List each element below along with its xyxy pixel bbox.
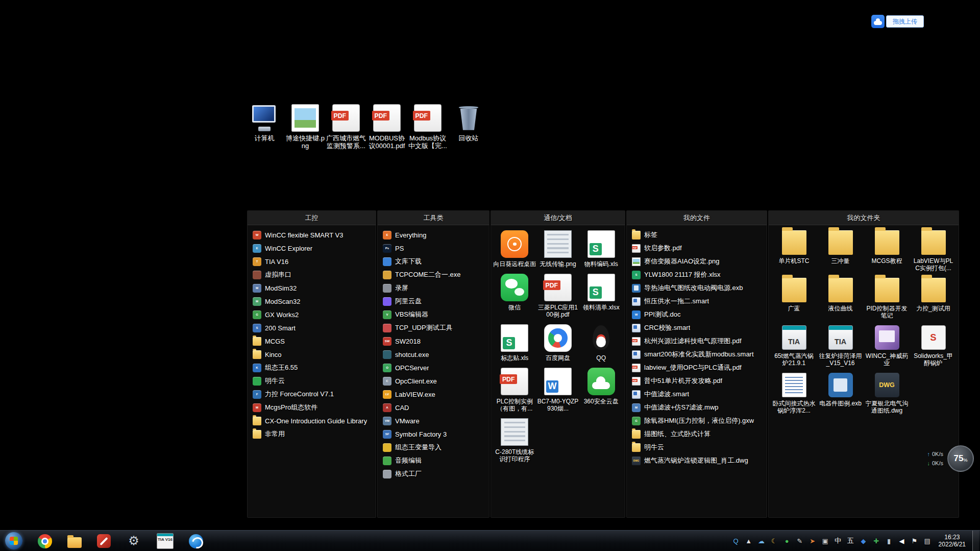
fence-item[interactable]: 三冲量 [828, 230, 853, 272]
fence-item[interactable]: 三菱PLC应用100例.pdf [536, 274, 579, 318]
fence-item[interactable]: 明牛云 [248, 374, 376, 388]
fence-item[interactable]: QQ [587, 324, 615, 362]
fence-item[interactable]: 文库下载 [378, 255, 489, 268]
fence-item[interactable]: PS [378, 242, 489, 255]
fence-item[interactable]: PLC控制实例（有图，有... [493, 368, 536, 412]
fence-title[interactable]: 通信/文档 [491, 211, 625, 225]
fence-item[interactable]: 中值滤波+仿S7滤波.mwp [627, 401, 767, 414]
fence-item[interactable]: 录屏 [378, 281, 489, 295]
fence-item[interactable]: 宁夏银北电气沟通图纸.dwg [866, 373, 909, 414]
drag-upload-button[interactable]: 拖拽上传 [886, 15, 924, 28]
memory-usage-ball[interactable]: 75 % [947, 445, 974, 472]
fence-item[interactable]: Everything [378, 228, 489, 242]
fence-item[interactable]: 360安全云盘 [584, 368, 619, 412]
fence-item[interactable]: MCGS教程 [872, 230, 902, 272]
desktop-icon[interactable]: Modbus协议中文版【完... [407, 104, 448, 150]
fence-item[interactable]: TCPCOME二合一.exe [378, 268, 489, 281]
taskbar-clock[interactable]: 16:23 2022/6/21 [939, 534, 966, 548]
touch-keyboard-icon[interactable]: ▤ [923, 536, 932, 545]
fence-item[interactable]: 赛信变频器AIAO设定.png [627, 255, 767, 268]
fence-item[interactable]: 明牛云 [627, 441, 767, 454]
fence-title[interactable]: 我的文件 [627, 211, 767, 225]
fence-item[interactable]: McgsPro组态软件 [248, 401, 376, 414]
desktop-icon[interactable]: 回收站 [448, 104, 489, 150]
desktop-icon[interactable]: 计算机 [244, 104, 285, 150]
fence-item[interactable]: YLW1800 21117 报价.xlsx [627, 268, 767, 281]
fence-item[interactable]: VBS编辑器 [378, 308, 489, 321]
fence-item[interactable]: 描图纸、立式卧式计算 [627, 427, 767, 441]
fence-item[interactable]: 杭州兴源过滤科技电气原理图.pdf [627, 334, 767, 348]
share-icon[interactable]: ➤ [808, 536, 817, 545]
fence-item[interactable]: 音频编辑 [378, 454, 489, 467]
tia-portal[interactable] [157, 533, 174, 549]
desktop-icon[interactable]: 广西城市燃气监测预警系... [326, 104, 366, 150]
fence-item[interactable]: 200 Smart [248, 321, 376, 334]
fence-title[interactable]: 我的文件夹 [769, 211, 959, 225]
fence-item[interactable]: 普中51单片机开发攻略.pdf [627, 374, 767, 388]
fence-title[interactable]: 工具类 [378, 211, 489, 225]
display-icon[interactable]: ▣ [821, 536, 830, 545]
fence-item[interactable]: 燃气蒸汽锅炉连锁逻辑图_肖工.dwg [627, 454, 767, 467]
start-button[interactable] [5, 532, 22, 549]
input-flag-icon[interactable]: ⚑ [910, 536, 919, 545]
ime-language-icon[interactable]: 中 [834, 536, 843, 545]
show-hidden-icons-arrow[interactable]: ▲ [744, 536, 753, 545]
settings[interactable]: ⚙ [126, 533, 141, 548]
fence-item[interactable]: 无线传输.png [540, 230, 576, 268]
fence-item[interactable]: 百度网盘 [544, 324, 572, 362]
fence-item[interactable]: OPCServer [378, 361, 489, 374]
cloud-sync-icon[interactable]: ☁ [757, 536, 766, 545]
fence-item[interactable]: 组态王变量导入 [378, 441, 489, 454]
fence-item[interactable]: 中值滤波.smart [627, 388, 767, 401]
fence-item[interactable]: 力控 ForceControl V7.1 [248, 388, 376, 401]
fence-item[interactable]: TIA V16 [248, 255, 376, 268]
fence-item[interactable]: 除氧器HMI(压力控制，液位启停).gxw [627, 414, 767, 427]
fence-item[interactable]: CX-One Introduction Guide Library [248, 414, 376, 427]
fence-item[interactable]: 广蓝 [782, 278, 806, 319]
file-explorer[interactable] [67, 537, 82, 548]
fence-item[interactable]: 力控_测试用 [916, 278, 950, 319]
fence-item[interactable]: 物料编码.xls [584, 230, 618, 268]
fence-item[interactable]: 导热油电气图纸改电动阀电源.exb [627, 281, 767, 295]
defender-shield-icon[interactable]: ◆ [859, 536, 868, 545]
fence-item[interactable]: 软启参数.pdf [627, 242, 767, 255]
fence-item[interactable]: 领料清单.xlsx [583, 274, 620, 318]
fence-item[interactable]: ModSim32 [248, 281, 376, 295]
fence-item[interactable]: 液位曲线 [828, 278, 853, 319]
fence-item[interactable]: WinCC flexible SMART V3 [248, 228, 376, 242]
fence-item[interactable]: 电器件图例.exb [819, 373, 862, 414]
status-dot-icon[interactable]: ● [782, 536, 792, 545]
fence-item[interactable]: 组态王6.55 [248, 361, 376, 374]
fence-title[interactable]: 工控 [248, 211, 376, 225]
screenshot-tool[interactable] [97, 534, 111, 548]
fence-item[interactable]: shotcut.exe [378, 348, 489, 361]
fence-item[interactable]: 标志贴.xls [501, 324, 528, 362]
fence-item[interactable]: MCGS [248, 334, 376, 348]
fence-item[interactable]: 微信 [501, 274, 528, 318]
fence-item[interactable]: 恒压供水一拖二.smart [627, 295, 767, 308]
fence-item[interactable]: LabVIEW.exe [378, 388, 489, 401]
fence-item[interactable]: GX Works2 [248, 308, 376, 321]
fence-item[interactable]: labview_使用OPC与PLC通讯.pdf [627, 361, 767, 374]
fence-item[interactable]: WINCC_神威药业 [866, 325, 909, 367]
fence-item[interactable]: PPI测试.doc [627, 308, 767, 321]
fence-item[interactable]: smart200标准化实践新modbus.smart [627, 348, 767, 361]
fence-item[interactable]: SW2018 [378, 334, 489, 348]
fence-item[interactable]: WinCC Explorer [248, 242, 376, 255]
volume-icon[interactable]: ◀ [897, 536, 906, 545]
fence-item[interactable]: Kinco [248, 348, 376, 361]
fence-item[interactable]: 格式工厂 [378, 467, 489, 481]
desktop-icon[interactable]: MODBUS协议00001.pdf [366, 104, 407, 150]
ime-mode-icon[interactable]: 五 [846, 536, 855, 545]
fence-item[interactable]: CAD [378, 401, 489, 414]
fence-item[interactable]: ModScan32 [248, 295, 376, 308]
night-light-icon[interactable]: ☾ [770, 536, 779, 545]
fence-item[interactable]: 往复炉排菏泽用_V15_V16 [819, 325, 862, 367]
desktop-icon[interactable]: 博途快捷键.png [285, 104, 326, 150]
fence-item[interactable]: TCP_UDP测试工具 [378, 321, 489, 334]
fence-item[interactable]: C-280T线缆标识打印程序 [493, 418, 536, 463]
antivirus-icon[interactable]: ✚ [872, 536, 881, 545]
fence-item[interactable]: 虚拟串口 [248, 268, 376, 281]
fence-item[interactable]: 卧式间接式热水锅炉淳浑2... [773, 373, 816, 414]
fence-item[interactable]: LabVIEW与PLC实例打包(... [912, 230, 955, 272]
